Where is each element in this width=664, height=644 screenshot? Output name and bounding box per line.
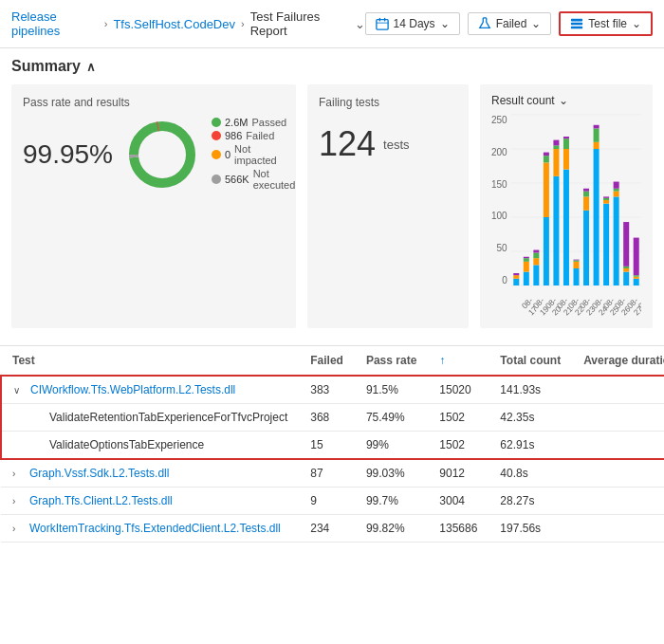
failing-tests-card: Failing tests 124 tests	[307, 84, 469, 328]
flask-icon	[478, 17, 491, 30]
summary-collapse-icon[interactable]: ∧	[86, 60, 96, 74]
expand-button[interactable]: ›	[12, 524, 26, 534]
breadcrumb-report[interactable]: Test Failures Report	[250, 9, 349, 38]
chart-with-yaxis: 250 200 150 100 50 0	[491, 115, 641, 288]
test-name-cell: ›Graph.Vssf.Sdk.L2.Tests.dll	[1, 459, 299, 488]
legend-failed-value: 986	[225, 130, 242, 141]
expand-button[interactable]: ∨	[13, 385, 27, 396]
test-name-text[interactable]: WorkItemTracking.Tfs.ExtendedClient.L2.T…	[29, 522, 281, 535]
days-filter-dropdown-icon: ⌄	[440, 17, 450, 30]
failing-tests-label: tests	[383, 138, 409, 152]
test-name-text[interactable]: ValidateOptionsTabExperience	[49, 438, 204, 451]
test-name-text[interactable]: CIWorkflow.Tfs.WebPlatform.L2.Tests.dll	[30, 383, 235, 396]
test-name-text[interactable]: Graph.Vssf.Sdk.L2.Tests.dll	[29, 467, 169, 480]
legend-not-impacted-label: Not impacted	[234, 143, 295, 166]
svg-rect-6	[571, 23, 582, 26]
test-name-cell: ∨CIWorkflow.Tfs.WebPlatform.L2.Tests.dll	[1, 376, 299, 404]
y-tick-150: 150	[491, 179, 507, 190]
pass-percentage: 99.95%	[23, 139, 113, 170]
groupby-filter-button[interactable]: Test file ⌄	[559, 11, 653, 36]
days-filter-label: 14 Days	[394, 17, 435, 30]
y-tick-200: 200	[491, 147, 507, 157]
col-failed: 15	[299, 432, 355, 460]
list-icon	[570, 17, 583, 30]
svg-rect-5	[571, 19, 582, 22]
legend-not-impacted: 0 Not impacted	[212, 143, 295, 166]
summary-cards: Pass rate and results 99.95%	[11, 84, 653, 328]
test-name-text[interactable]: ValidateRetentionTabExperienceForTfvcPro…	[49, 411, 287, 424]
pass-rate-card-title: Pass rate and results	[23, 96, 285, 109]
col-total_count: 135686	[428, 515, 489, 543]
chart-title: Result count ⌄	[491, 94, 641, 107]
legend-passed-label: Passed	[251, 117, 286, 128]
col-total_count: 9012	[428, 459, 489, 488]
legend-not-executed: 566K Not executed	[212, 168, 295, 191]
test-name-text[interactable]: Graph.Tfs.Client.L2.Tests.dll	[29, 494, 173, 507]
pass-rate-card: Pass rate and results 99.95%	[11, 84, 296, 328]
legend-not-executed-value: 566K	[225, 174, 249, 185]
col-avg_duration: 62.91s	[489, 432, 572, 460]
table-row: ›Graph.Tfs.Client.L2.Tests.dll999.7%3004…	[1, 488, 664, 515]
test-name-cell: ›Graph.Tfs.Client.L2.Tests.dll	[1, 488, 299, 515]
sort-icon: ↑	[439, 354, 445, 367]
x-axis-labels: 08-1708-1908-2008-2108-2208-2308-2408-25…	[518, 292, 641, 319]
col-pass_rate: 91.5%	[355, 376, 428, 404]
header-actions: 14 Days ⌄ Failed ⌄ Test file ⌄	[365, 11, 653, 36]
status-filter-dropdown-icon: ⌄	[531, 17, 541, 30]
col-pass-rate: Pass rate	[355, 346, 428, 376]
col-failed: 368	[299, 404, 355, 432]
col-pass_rate: 99.82%	[355, 515, 428, 543]
breadcrumb-codedev[interactable]: Tfs.SelfHost.CodeDev	[113, 17, 235, 31]
chart-title-dropdown-icon[interactable]: ⌄	[559, 94, 568, 107]
col-pass_rate: 99.03%	[355, 459, 428, 488]
donut-svg	[124, 117, 200, 193]
donut-chart	[124, 117, 200, 193]
col-avg_duration: 40.8s	[489, 459, 572, 488]
legend-passed-dot	[212, 118, 221, 127]
status-filter-label: Failed	[496, 17, 527, 30]
col-failed: 9	[299, 488, 355, 515]
days-filter-button[interactable]: 14 Days ⌄	[365, 12, 460, 35]
col-total_count: 1502	[428, 432, 489, 460]
col-failed: 234	[299, 515, 355, 543]
col-total-count: Total count	[489, 346, 572, 376]
legend-not-impacted-value: 0	[225, 149, 231, 160]
col-avg_duration: 28.27s	[489, 488, 572, 515]
legend-failed-label: Failed	[246, 130, 274, 141]
calendar-icon	[376, 17, 389, 30]
svg-point-9	[134, 126, 191, 183]
summary-section: Summary ∧ Pass rate and results 99.95%	[0, 48, 664, 338]
col-avg_duration: 197.56s	[489, 515, 572, 543]
result-count-chart: Result count ⌄ 250 200 150 100 50 0	[480, 84, 653, 328]
table-row: ›WorkItemTracking.Tfs.ExtendedClient.L2.…	[1, 515, 664, 543]
pass-legend: 2.6M Passed 986 Failed 0 Not impacted	[212, 117, 295, 193]
bar-chart-canvas	[511, 115, 641, 285]
col-failed: 87	[299, 459, 355, 488]
col-pass_rate: 99.7%	[355, 488, 428, 515]
breadcrumb: Release pipelines › Tfs.SelfHost.CodeDev…	[11, 9, 365, 38]
col-pass_rate: 99%	[355, 432, 428, 460]
expand-button[interactable]: ›	[12, 469, 26, 479]
header: Release pipelines › Tfs.SelfHost.CodeDev…	[0, 0, 664, 48]
col-avg_duration: 42.35s	[489, 404, 572, 432]
table-row: ∨CIWorkflow.Tfs.WebPlatform.L2.Tests.dll…	[1, 376, 664, 404]
summary-title: Summary	[11, 58, 81, 75]
table-row: ›Graph.Vssf.Sdk.L2.Tests.dll8799.03%9012…	[1, 459, 664, 488]
expand-button[interactable]: ›	[12, 496, 26, 506]
legend-not-impacted-dot	[212, 150, 221, 159]
failing-tests-card-title: Failing tests	[319, 96, 457, 109]
y-tick-250: 250	[491, 115, 507, 125]
col-failed: Failed	[299, 346, 355, 376]
y-axis: 250 200 150 100 50 0	[491, 115, 511, 285]
col-sort[interactable]: ↑	[428, 346, 489, 376]
legend-passed: 2.6M Passed	[212, 117, 295, 128]
legend-passed-value: 2.6M	[225, 117, 248, 128]
breadcrumb-dropdown-icon[interactable]: ⌄	[355, 17, 365, 31]
table-header: Test Failed Pass rate ↑ Total count Aver…	[1, 346, 664, 376]
test-name-cell: ValidateOptionsTabExperience	[1, 432, 299, 460]
status-filter-button[interactable]: Failed ⌄	[468, 12, 552, 35]
test-name-cell: ›WorkItemTracking.Tfs.ExtendedClient.L2.…	[1, 515, 299, 543]
legend-not-executed-dot	[212, 175, 221, 184]
breadcrumb-release-pipelines[interactable]: Release pipelines	[11, 9, 99, 38]
y-tick-100: 100	[491, 211, 507, 221]
